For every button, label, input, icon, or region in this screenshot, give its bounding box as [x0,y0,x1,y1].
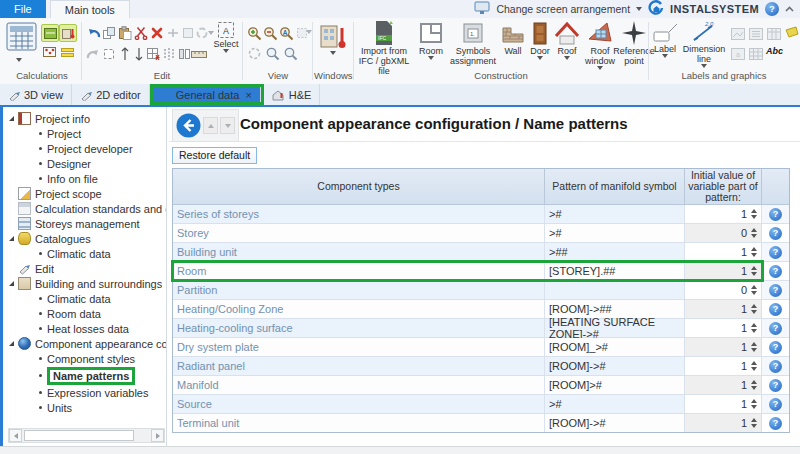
tree-item-info-on-file[interactable]: Info on file [3,171,166,186]
pattern-cell[interactable]: ># [545,224,685,242]
paste-icon[interactable] [117,25,133,41]
spinner[interactable] [751,228,757,238]
help-icon[interactable]: ? [769,417,782,430]
main-tools-tab[interactable]: Main tools [50,0,130,18]
value-cell[interactable]: 0 [685,224,762,242]
pan-icon[interactable] [246,45,262,61]
spinner[interactable] [751,266,757,276]
tab-3d-view[interactable]: 3D view [0,84,72,105]
change-screen-arrangement-button[interactable]: Change screen arrangement [496,3,630,15]
tree-item-edit[interactable]: Edit [3,261,166,276]
door-button[interactable]: Door [527,20,553,60]
spinner[interactable] [751,361,757,371]
spinner[interactable] [751,209,757,219]
help-icon[interactable]: ? [769,246,782,259]
delete-icon[interactable] [149,25,165,41]
tree-item-units[interactable]: Units [3,400,166,415]
tree-item-project-scope[interactable]: Project scope [3,186,166,201]
help-icon[interactable]: ? [769,265,782,278]
results-screen-icon[interactable] [41,24,59,42]
grid-table-icon[interactable] [748,46,764,62]
table-icon[interactable] [766,26,782,42]
spinner[interactable] [751,304,757,314]
help-icon[interactable]: ? [769,208,782,221]
tree-item-building-and-surroundings[interactable]: Building and surroundings [3,276,166,291]
help-icon[interactable]: ? [769,398,782,411]
panel-flip-icon[interactable] [176,46,192,62]
zoom-previous-icon[interactable] [282,45,298,61]
tree-item-component-appearance[interactable]: Component appearance configuration [3,336,166,351]
spinner[interactable] [751,399,757,409]
windows-button[interactable] [317,21,349,55]
zoom-in-icon[interactable] [246,25,262,41]
collapse-ribbon-icon[interactable] [785,3,794,15]
crop-region-icon[interactable] [101,46,117,62]
tab-general-data[interactable]: General data × [153,87,261,102]
help-icon[interactable]: ? [769,379,782,392]
tree-item-name-patterns[interactable]: Name patterns [3,366,166,385]
pattern-cell[interactable]: [HEATING SURFACE ZONE]-># [545,319,685,337]
zoom-out-icon[interactable] [262,25,278,41]
value-cell[interactable]: 0 [685,281,762,299]
tree-item-storeys-management[interactable]: Storeys management [3,216,166,231]
tab-h-and-e[interactable]: H&E [264,84,321,105]
value-cell[interactable]: 1 [685,376,762,394]
spinner[interactable] [751,247,757,257]
import-ifc-button[interactable]: IFC Import from IFC / gbXML file [355,20,413,76]
reference-point-button[interactable]: Reference point [619,20,649,66]
value-cell[interactable]: 1 [685,338,762,356]
redo-icon[interactable] [85,46,101,62]
expander-icon[interactable] [9,281,14,286]
expander-icon[interactable] [9,236,14,241]
value-cell[interactable]: 1 [685,262,762,280]
ruler-icon[interactable] [191,46,207,62]
text-style-button[interactable]: Abc [766,46,783,56]
tree-item-heat-losses-data[interactable]: Heat losses data [3,321,166,336]
pattern-cell[interactable]: ># [545,395,685,413]
help-icon[interactable]: ? [769,227,782,240]
restore-default-button[interactable]: Restore default [172,147,257,164]
value-cell[interactable]: 1 [685,319,762,337]
pattern-cell[interactable]: ># [545,205,685,223]
mirror-icon[interactable] [161,46,177,62]
value-cell[interactable]: 1 [685,205,762,223]
tab-2d-editor[interactable]: 2D editor [72,84,150,105]
zoom-all-icon[interactable]: A [278,25,294,41]
pattern-cell[interactable]: [ROOM]_># [545,338,685,356]
thermal-building-icon[interactable] [59,24,77,42]
zoom-window-icon[interactable] [264,45,280,61]
spinner[interactable] [751,285,757,295]
tree-item-designer[interactable]: Designer [3,156,166,171]
tree-item-project-developer[interactable]: Project developer [3,141,166,156]
label-button[interactable]: Label [650,20,680,58]
help-icon[interactable]: ? [769,341,782,354]
pattern-cell[interactable] [545,281,685,299]
room-button[interactable]: Room [415,20,447,60]
spinner[interactable] [751,323,757,333]
help-icon[interactable]: ? [769,284,782,297]
expand-all-button[interactable] [220,117,235,134]
abacus-settings-icon[interactable] [41,44,57,60]
tree-item-project[interactable]: Project [3,126,166,141]
help-icon[interactable]: ? [769,303,782,316]
tree-item-component-styles[interactable]: Component styles [3,351,166,366]
dimension-line-button[interactable]: 2.0 Dimension line [682,20,726,68]
scroll-right-icon[interactable] [151,429,164,442]
tree-item-calculation-standards[interactable]: Calculation standards and options [3,201,166,216]
sticky-note-icon[interactable] [784,24,800,40]
grid-snap-icon[interactable] [145,46,161,62]
frame-a-icon[interactable]: a [730,46,746,62]
pattern-cell[interactable]: [ROOM]-># [545,414,685,432]
spinner[interactable] [751,418,757,428]
tree-item-climatic-data-catalogues[interactable]: Climatic data [3,246,166,261]
value-cell[interactable]: 1 [685,357,762,375]
tree-item-expression-variables[interactable]: Expression variables [3,385,166,400]
scrollbar-thumb[interactable] [24,430,134,441]
undo-icon[interactable] [85,25,101,41]
tree-horizontal-scrollbar[interactable] [8,428,165,443]
spinner[interactable] [751,380,757,390]
pattern-cell[interactable]: [STOREY].## [545,262,685,280]
yellow-lines-icon[interactable] [59,44,75,60]
expander-icon[interactable] [9,341,14,346]
back-button[interactable] [176,113,201,138]
